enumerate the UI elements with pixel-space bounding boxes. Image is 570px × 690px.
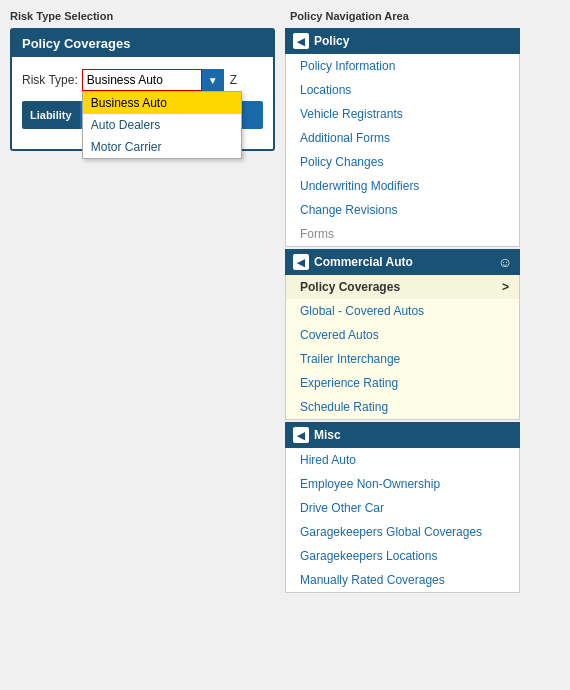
nav-item-drive-other-car[interactable]: Drive Other Car: [286, 496, 519, 520]
nav-item-change-revisions[interactable]: Change Revisions: [286, 198, 519, 222]
risk-type-select-wrapper: ▼ Business Auto Auto Dealers Motor Carri…: [82, 69, 224, 91]
nav-section-commercial-auto: ◀Commercial Auto☺Policy CoveragesGlobal …: [285, 249, 520, 420]
policy-coverages-box: Policy Coverages Risk Type: ▼ Business A…: [10, 28, 275, 151]
dropdown-item-auto-dealers[interactable]: Auto Dealers: [83, 114, 241, 136]
nav-section-header-policy: ◀Policy: [285, 28, 520, 54]
policy-coverages-header: Policy Coverages: [12, 30, 273, 57]
nav-items-list-misc: Hired AutoEmployee Non-OwnershipDrive Ot…: [285, 448, 520, 593]
nav-item-underwriting-modifiers[interactable]: Underwriting Modifiers: [286, 174, 519, 198]
nav-item-garagekeepers-locations[interactable]: Garagekeepers Locations: [286, 544, 519, 568]
nav-item-manually-rated-coverages[interactable]: Manually Rated Coverages: [286, 568, 519, 592]
dropdown-item-business-auto[interactable]: Business Auto: [83, 92, 241, 114]
nav-item-covered-autos[interactable]: Covered Autos: [286, 323, 519, 347]
nav-section-icon-policy: ◀: [293, 33, 309, 49]
nav-item-experience-rating[interactable]: Experience Rating: [286, 371, 519, 395]
nav-smiley-icon-commercial-auto: ☺: [498, 254, 512, 270]
risk-type-input[interactable]: [82, 69, 202, 91]
dropdown-item-motor-carrier[interactable]: Motor Carrier: [83, 136, 241, 158]
nav-item-hired-auto[interactable]: Hired Auto: [286, 448, 519, 472]
nav-section-policy: ◀PolicyPolicy InformationLocationsVehicl…: [285, 28, 520, 247]
right-panel: ◀PolicyPolicy InformationLocationsVehicl…: [285, 28, 520, 595]
main-layout: Policy Coverages Risk Type: ▼ Business A…: [10, 28, 560, 595]
z-label: Z: [230, 73, 237, 87]
dropdown-list: Business Auto Auto Dealers Motor Carrier: [82, 91, 242, 159]
nav-item-policy-information[interactable]: Policy Information: [286, 54, 519, 78]
nav-item-global---covered-autos[interactable]: Global - Covered Autos: [286, 299, 519, 323]
nav-section-icon-commercial-auto: ◀: [293, 254, 309, 270]
nav-item-policy-changes[interactable]: Policy Changes: [286, 150, 519, 174]
left-panel: Policy Coverages Risk Type: ▼ Business A…: [10, 28, 275, 151]
right-section-label: Policy Navigation Area: [285, 10, 520, 22]
risk-type-label: Risk Type:: [22, 73, 78, 87]
nav-item-forms[interactable]: Forms: [286, 222, 519, 246]
nav-item-employee-non-ownership[interactable]: Employee Non-Ownership: [286, 472, 519, 496]
left-section-label: Risk Type Selection: [10, 10, 285, 22]
nav-items-list-policy: Policy InformationLocationsVehicle Regis…: [285, 54, 520, 247]
nav-items-list-commercial-auto: Policy CoveragesGlobal - Covered AutosCo…: [285, 275, 520, 420]
nav-item-trailer-interchange[interactable]: Trailer Interchange: [286, 347, 519, 371]
liability-button[interactable]: Liability: [22, 101, 80, 129]
nav-section-title-commercial-auto: Commercial Auto: [314, 255, 413, 269]
nav-item-garagekeepers-global-coverages[interactable]: Garagekeepers Global Coverages: [286, 520, 519, 544]
nav-item-policy-coverages[interactable]: Policy Coverages: [286, 275, 519, 299]
nav-item-additional-forms[interactable]: Additional Forms: [286, 126, 519, 150]
nav-item-vehicle-registrants[interactable]: Vehicle Registrants: [286, 102, 519, 126]
risk-type-row: Risk Type: ▼ Business Auto Auto Dealers …: [22, 69, 263, 91]
nav-section-title-policy: Policy: [314, 34, 349, 48]
nav-item-locations[interactable]: Locations: [286, 78, 519, 102]
risk-type-dropdown-btn[interactable]: ▼: [202, 69, 224, 91]
policy-coverages-body: Risk Type: ▼ Business Auto Auto Dealers …: [12, 57, 273, 149]
nav-section-header-misc: ◀Misc: [285, 422, 520, 448]
nav-section-misc: ◀MiscHired AutoEmployee Non-OwnershipDri…: [285, 422, 520, 593]
nav-section-icon-misc: ◀: [293, 427, 309, 443]
nav-section-header-commercial-auto: ◀Commercial Auto☺: [285, 249, 520, 275]
nav-section-title-misc: Misc: [314, 428, 341, 442]
nav-item-schedule-rating[interactable]: Schedule Rating: [286, 395, 519, 419]
